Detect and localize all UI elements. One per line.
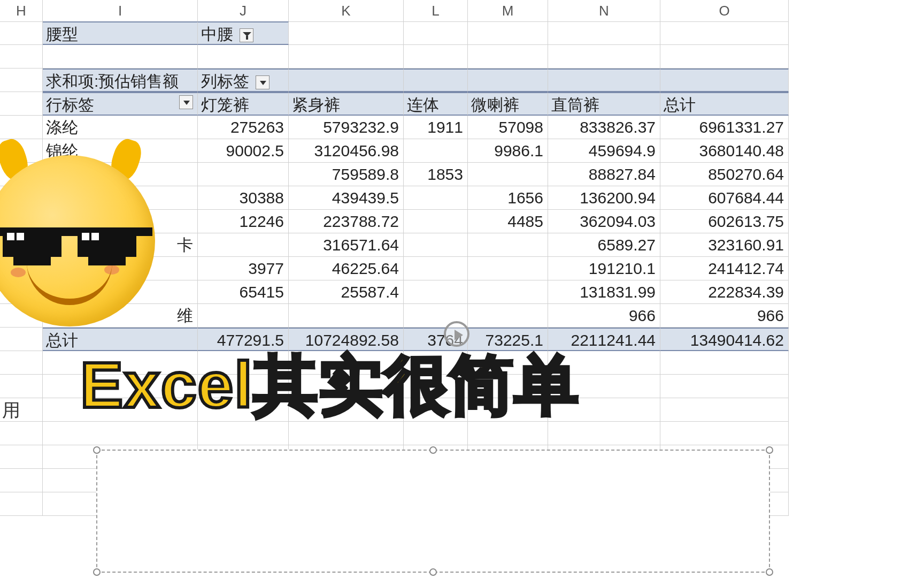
pivot-value[interactable]: 602613.75 — [660, 210, 789, 233]
dropdown-icon[interactable] — [179, 95, 193, 109]
filter-icon[interactable] — [240, 28, 253, 42]
col-header[interactable]: I — [43, 0, 198, 22]
pivot-value[interactable]: 4485 — [468, 210, 548, 233]
resize-handle[interactable] — [429, 568, 437, 576]
col-header[interactable]: L — [404, 0, 468, 22]
pivot-value[interactable] — [404, 210, 468, 233]
cell[interactable] — [660, 422, 789, 445]
cell[interactable] — [548, 45, 660, 69]
pivot-value[interactable]: 1911 — [404, 116, 468, 139]
pivot-value[interactable] — [468, 304, 548, 328]
pivot-value[interactable] — [404, 280, 468, 304]
pivot-value[interactable]: 6961331.27 — [660, 116, 789, 139]
cell[interactable] — [289, 69, 404, 92]
pivot-col-header[interactable]: 总计 — [660, 92, 789, 116]
pivot-value[interactable] — [198, 163, 289, 186]
pivot-value[interactable]: 57098 — [468, 116, 548, 139]
cell[interactable] — [0, 69, 43, 92]
pivot-value[interactable]: 241412.74 — [660, 257, 789, 280]
pivot-value[interactable]: 46225.64 — [289, 257, 404, 280]
resize-handle[interactable] — [766, 568, 773, 576]
cell[interactable] — [468, 69, 548, 92]
resize-handle[interactable] — [93, 568, 101, 576]
pivot-value[interactable]: 65415 — [198, 280, 289, 304]
pivot-value[interactable]: 131831.99 — [548, 280, 660, 304]
cell[interactable] — [0, 351, 43, 375]
cell[interactable] — [0, 45, 43, 69]
pivot-value[interactable]: 833826.37 — [548, 116, 660, 139]
cell[interactable] — [0, 116, 43, 139]
cell[interactable] — [660, 21, 789, 45]
cell[interactable] — [404, 45, 468, 69]
cell[interactable] — [0, 21, 43, 45]
pivot-value[interactable] — [468, 163, 548, 186]
pivot-total-value[interactable]: 13490414.62 — [660, 328, 789, 351]
cell[interactable] — [0, 445, 43, 469]
pivot-value[interactable]: 966 — [548, 304, 660, 328]
pivot-col-header[interactable]: 微喇裤 — [468, 92, 548, 116]
pivot-value[interactable]: 12246 — [198, 210, 289, 233]
cell[interactable] — [0, 375, 43, 398]
col-header[interactable]: H — [0, 0, 43, 22]
col-header[interactable]: M — [468, 0, 548, 22]
pivot-value[interactable]: 966 — [660, 304, 789, 328]
cell[interactable] — [660, 375, 789, 398]
pivot-col-header[interactable]: 直筒裤 — [548, 92, 660, 116]
pivot-value[interactable] — [468, 280, 548, 304]
pivot-value[interactable]: 3680140.48 — [660, 139, 789, 163]
pivot-value[interactable]: 30388 — [198, 186, 289, 210]
cell[interactable] — [548, 69, 660, 92]
col-header[interactable]: J — [198, 0, 289, 22]
pivot-value[interactable]: 1853 — [404, 163, 468, 186]
pivot-value[interactable]: 223788.72 — [289, 210, 404, 233]
cell[interactable] — [0, 492, 43, 516]
cell[interactable] — [198, 45, 289, 69]
resize-handle[interactable] — [766, 446, 773, 454]
pivot-value[interactable]: 3120456.98 — [289, 139, 404, 163]
cell[interactable] — [43, 45, 198, 69]
col-header[interactable]: O — [660, 0, 789, 22]
cell[interactable] — [468, 21, 548, 45]
cell[interactable] — [289, 21, 404, 45]
pivot-value[interactable]: 759589.8 — [289, 163, 404, 186]
col-header[interactable]: K — [289, 0, 404, 22]
cell[interactable] — [660, 351, 789, 375]
pivot-value[interactable] — [404, 257, 468, 280]
cell[interactable] — [289, 45, 404, 69]
pivot-measure-label[interactable]: 求和项:预估销售额 — [43, 69, 198, 92]
pivot-value[interactable]: 362094.03 — [548, 210, 660, 233]
pivot-value[interactable]: 316571.64 — [289, 233, 404, 257]
pivot-col-header[interactable]: 连体 — [404, 92, 468, 116]
filter-value-cell[interactable]: 中腰 — [198, 21, 289, 45]
cell[interactable] — [660, 398, 789, 422]
pivot-value[interactable] — [289, 304, 404, 328]
pivot-row-label[interactable]: 涤纶 — [43, 116, 198, 139]
pivot-value[interactable] — [468, 233, 548, 257]
pivot-value[interactable]: 5793232.9 — [289, 116, 404, 139]
pivot-value[interactable] — [404, 233, 468, 257]
pivot-value[interactable]: 6589.27 — [548, 233, 660, 257]
pivot-value[interactable]: 323160.91 — [660, 233, 789, 257]
pivot-value[interactable]: 459694.9 — [548, 139, 660, 163]
resize-handle[interactable] — [93, 446, 101, 454]
chart-placeholder[interactable] — [96, 450, 770, 573]
pivot-value[interactable] — [198, 304, 289, 328]
pivot-value[interactable]: 136200.94 — [548, 186, 660, 210]
pivot-col-header[interactable]: 紧身裤 — [289, 92, 404, 116]
pivot-value[interactable]: 439439.5 — [289, 186, 404, 210]
pivot-col-caption-cell[interactable]: 列标签 — [198, 69, 289, 92]
pivot-value[interactable]: 9986.1 — [468, 139, 548, 163]
pivot-value[interactable]: 1656 — [468, 186, 548, 210]
resize-handle[interactable] — [429, 446, 437, 454]
cell[interactable] — [404, 69, 468, 92]
pivot-value[interactable] — [468, 257, 548, 280]
pivot-value[interactable]: 90002.5 — [198, 139, 289, 163]
pivot-value[interactable] — [404, 139, 468, 163]
pivot-value[interactable]: 222834.39 — [660, 280, 789, 304]
pivot-value[interactable] — [404, 186, 468, 210]
cell[interactable] — [548, 21, 660, 45]
cell[interactable] — [0, 92, 43, 116]
dropdown-icon[interactable] — [256, 75, 270, 89]
cell[interactable] — [660, 45, 789, 69]
pivot-value[interactable]: 191210.1 — [548, 257, 660, 280]
